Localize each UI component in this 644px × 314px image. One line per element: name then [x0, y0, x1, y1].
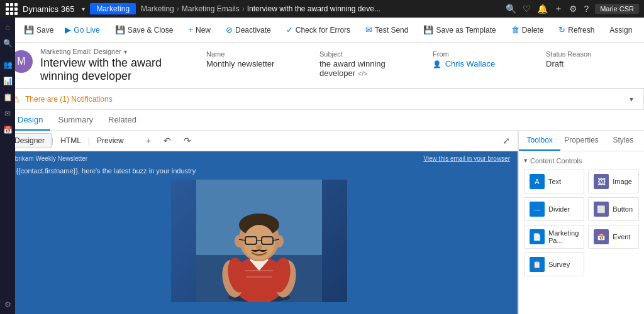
marketing-page-tool-icon: 📄 — [530, 229, 545, 244]
toolbox-section-header: ▾ Content Controls — [524, 156, 639, 165]
notification-text[interactable]: There are (1) Notifications — [25, 95, 113, 104]
new-button[interactable]: + New — [183, 23, 216, 37]
breadcrumb: Marketing › Marketing Emails › Interview… — [141, 4, 501, 13]
user-pill[interactable]: Marie CSR — [595, 4, 639, 14]
breadcrumb-current: Interview with the award winning deve... — [247, 4, 380, 13]
svg-point-16 — [275, 235, 284, 247]
toolbox-tab-properties[interactable]: Properties — [560, 131, 602, 151]
save-template-button[interactable]: 💾 Save as Template — [418, 23, 501, 37]
image-tool-icon: 🖼 — [594, 174, 609, 189]
favorites-icon[interactable]: ♡ — [523, 4, 531, 14]
record-info: Marketing Email: Designer ▾ Interview wi… — [40, 48, 199, 83]
tabs-bar: Design Summary Related — [0, 110, 644, 131]
record-type-chevron-icon[interactable]: ▾ — [124, 48, 127, 55]
toolbox-item-button[interactable]: ⬜ Button — [588, 197, 639, 221]
save-close-icon: 💾 — [115, 25, 125, 35]
person-icon: 👤 — [433, 60, 441, 68]
toolbox-tab-styles[interactable]: Styles — [602, 131, 644, 151]
add-element-button[interactable]: + — [143, 134, 153, 147]
help-icon[interactable]: ? — [584, 4, 589, 14]
top-navigation: Dynamics 365 ▾ Marketing Marketing › Mar… — [0, 0, 644, 18]
save-close-button[interactable]: 💾 Save & Close — [110, 23, 179, 37]
deactivate-icon: ⊘ — [226, 25, 233, 35]
test-send-button[interactable]: ✉ Test Send — [360, 23, 413, 37]
toolbox-item-survey[interactable]: 📋 Survey — [524, 252, 584, 276]
toolbox-grid: A Text 🖼 Image — Divider ⬜ Button 📄 — [524, 170, 639, 276]
app-chevron-icon[interactable]: ▾ — [82, 6, 85, 13]
expand-button[interactable]: ⤢ — [502, 136, 510, 146]
view-in-browser-link[interactable]: View this email in your browser — [423, 155, 510, 162]
design-tab-preview[interactable]: Preview — [90, 133, 131, 148]
tab-related[interactable]: Related — [101, 110, 144, 131]
go-live-button[interactable]: ▶ Go Live — [60, 23, 104, 37]
toolbox-item-event[interactable]: 📅 Event — [588, 225, 639, 249]
design-toolbar: Designer | HTML | Preview + ↶ ↷ ⤢ — [0, 131, 518, 151]
design-tab-html[interactable]: HTML — [53, 133, 88, 148]
assign-button[interactable]: Assign — [604, 23, 637, 37]
sidebar-icon-email[interactable]: ✉ — [4, 109, 11, 118]
sidebar-icon-activities[interactable]: 📋 — [3, 93, 13, 102]
field-status-reason: Status Reason Draft — [546, 50, 634, 78]
toolbox-item-marketing-page[interactable]: 📄 Marketing Pa... — [524, 225, 584, 249]
email-image-area — [171, 180, 347, 302]
toolbox-item-image[interactable]: 🖼 Image — [588, 170, 639, 193]
record-title: Interview with the award winning develop… — [40, 57, 199, 83]
notifications-icon[interactable]: 🔔 — [537, 4, 548, 14]
sep2: › — [242, 4, 245, 13]
sidebar-icon-leads[interactable]: 📊 — [3, 77, 13, 85]
add-icon[interactable]: ＋ — [554, 3, 563, 14]
check-errors-icon: ✓ — [286, 25, 293, 35]
notification-left: ⚠ There are (1) Notifications — [12, 94, 113, 104]
sidebar-icon-settings[interactable]: ⚙ — [4, 300, 11, 309]
save-button[interactable]: 💾 Save — [19, 23, 58, 37]
settings-icon[interactable]: ⚙ — [569, 4, 577, 14]
survey-tool-icon: 📋 — [530, 257, 545, 272]
command-bar: ☰ 💾 Save ▶ Go Live 💾 Save & Close + New … — [0, 18, 644, 43]
sidebar-icon-contacts[interactable]: 👥 — [3, 60, 13, 69]
notification-collapse-icon[interactable]: ▾ — [630, 95, 633, 104]
design-tools: + ↶ ↷ — [143, 134, 194, 147]
record-type-label: Marketing Email: Designer ▾ — [40, 48, 199, 55]
tab-design[interactable]: Design — [10, 110, 50, 131]
refresh-button[interactable]: ↻ Refresh — [553, 23, 599, 37]
undo-button[interactable]: ↶ — [161, 134, 174, 147]
breadcrumb-marketing[interactable]: Marketing — [141, 4, 174, 13]
new-icon: + — [188, 25, 193, 35]
toolbox-content: ▾ Content Controls A Text 🖼 Image — Divi… — [519, 151, 644, 314]
go-live-icon: ▶ — [65, 25, 71, 35]
delete-icon: 🗑 — [511, 25, 519, 35]
refresh-icon: ↻ — [558, 25, 565, 35]
left-sidebar: ⌂ 🔍 👥 📊 📋 ✉ 📅 ⚙ — [0, 18, 15, 314]
check-errors-button[interactable]: ✓ Check for Errors — [281, 23, 355, 37]
person-illustration — [171, 180, 347, 302]
toolbox-tab-toolbox[interactable]: Toolbox — [519, 131, 560, 151]
module-label[interactable]: Marketing — [90, 3, 136, 14]
toolbox-tabs: Toolbox Properties Styles — [519, 131, 644, 151]
sep1: › — [177, 4, 179, 13]
delete-button[interactable]: 🗑 Delete — [506, 23, 549, 37]
redo-button[interactable]: ↷ — [181, 134, 194, 147]
grid-icon — [6, 3, 18, 15]
toolbox-panel: Toolbox Properties Styles ▾ Content Cont… — [518, 131, 644, 314]
sidebar-icon-search[interactable]: 🔍 — [3, 39, 13, 48]
notification-bar: ⚠ There are (1) Notifications ▾ — [0, 89, 644, 110]
toolbox-item-divider[interactable]: — Divider — [524, 197, 584, 221]
divider-tool-icon: — — [530, 202, 545, 217]
app-grid-button[interactable] — [5, 3, 18, 15]
collapse-arrow-icon[interactable]: ▾ — [524, 156, 528, 165]
toolbox-item-text[interactable]: A Text — [524, 170, 584, 193]
design-container: Designer | HTML | Preview + ↶ ↷ ⤢ Fabrik… — [0, 131, 644, 314]
top-nav-right: 🔍 ♡ 🔔 ＋ ⚙ ? Marie CSR — [506, 3, 639, 14]
deactivate-button[interactable]: ⊘ Deactivate — [221, 23, 276, 37]
app-name[interactable]: Dynamics 365 — [23, 4, 74, 14]
tab-summary[interactable]: Summary — [50, 110, 101, 131]
search-icon[interactable]: 🔍 — [506, 4, 516, 14]
sidebar-icon-home[interactable]: ⌂ — [5, 23, 9, 31]
breadcrumb-emails[interactable]: Marketing Emails — [182, 4, 240, 13]
record-header: M Marketing Email: Designer ▾ Interview … — [0, 43, 644, 89]
event-tool-icon: 📅 — [594, 229, 609, 244]
field-from: From 👤 Chris Wallace — [433, 50, 521, 78]
sidebar-icon-calendar[interactable]: 📅 — [3, 126, 13, 134]
from-value-link[interactable]: 👤 Chris Wallace — [433, 59, 521, 68]
person-svg — [196, 180, 322, 302]
